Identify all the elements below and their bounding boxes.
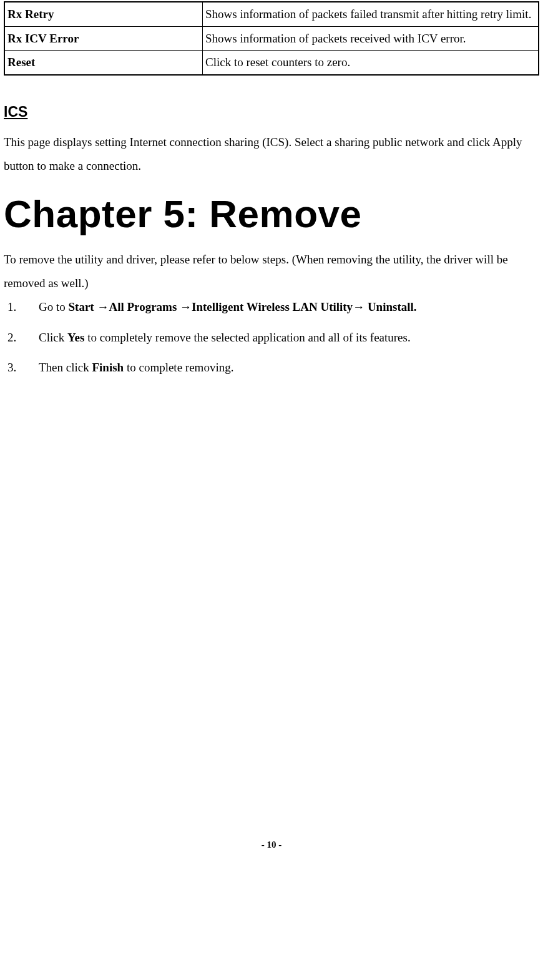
term-cell: Rx Retry: [4, 2, 203, 26]
desc-cell: Shows information of packets failed tran…: [203, 2, 539, 26]
table-row: Rx Retry Shows information of packets fa…: [4, 2, 539, 26]
arrow-icon: →: [97, 300, 109, 313]
desc-cell: Click to reset counters to zero.: [203, 51, 539, 75]
table-row: Reset Click to reset counters to zero.: [4, 51, 539, 75]
desc-cell: Shows information of packets received wi…: [203, 26, 539, 51]
arrow-icon: →: [180, 300, 192, 313]
step-text: Then click: [39, 361, 92, 374]
ics-paragraph: This page displays setting Internet conn…: [4, 130, 539, 178]
term-cell: Reset: [4, 51, 203, 75]
chapter-intro: To remove the utility and driver, please…: [4, 248, 539, 295]
step-text: to completely remove the selected applic…: [84, 331, 410, 344]
step-text: to complete removing.: [124, 361, 233, 374]
page-number: - 10 -: [4, 838, 539, 864]
steps-list: Go to Start →All Programs →Intelligent W…: [4, 299, 539, 376]
bold-text: All Programs: [109, 300, 180, 313]
bold-text: Yes: [67, 331, 84, 344]
chapter-title: Chapter 5: Remove: [4, 193, 539, 235]
list-item: Then click Finish to complete removing.: [7, 360, 539, 376]
arrow-icon: →: [353, 300, 364, 313]
table-row: Rx ICV Error Shows information of packet…: [4, 26, 539, 51]
bold-text: Start: [69, 300, 97, 313]
bold-text: Uninstall.: [364, 300, 416, 313]
definition-table: Rx Retry Shows information of packets fa…: [4, 1, 539, 76]
bold-text: Finish: [92, 361, 124, 374]
list-item: Click Yes to completely remove the selec…: [7, 330, 539, 346]
list-item: Go to Start →All Programs →Intelligent W…: [7, 299, 539, 316]
step-text: Go to: [39, 300, 69, 313]
ics-heading: ICS: [4, 102, 539, 122]
bold-text: Intelligent Wireless LAN Utility: [192, 300, 353, 313]
step-text: Click: [39, 331, 67, 344]
term-cell: Rx ICV Error: [4, 26, 203, 51]
